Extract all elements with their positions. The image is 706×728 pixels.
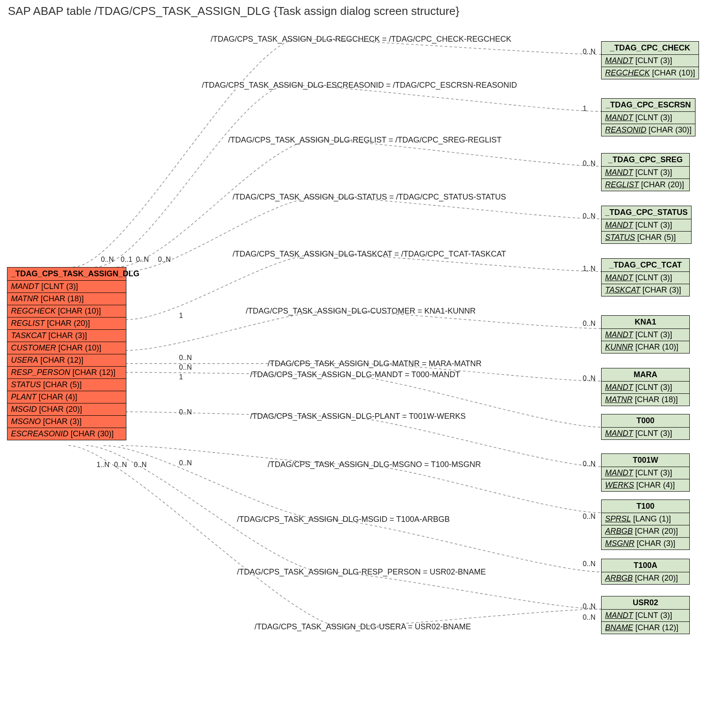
entity-row: BNAME [CHAR (12)] <box>602 622 689 634</box>
entity-T100: T100SPRSL [LANG (1)]ARBGB [CHAR (20)]MSG… <box>601 500 690 550</box>
cardinality-label: 0..N <box>136 256 149 264</box>
entity-row: MANDT [CLNT (3)] <box>602 55 699 67</box>
entity-row: TASKCAT [CHAR (3)] <box>602 284 689 296</box>
cardinality-label: 0..N <box>179 364 192 371</box>
entity-header: _TDAG_CPC_CHECK <box>602 42 699 55</box>
entity-row: ARBGB [CHAR (20)] <box>602 572 689 584</box>
entity-header: T000 <box>602 414 689 428</box>
entity-main-row: USERA [CHAR (12)] <box>7 354 126 367</box>
cardinality-label-right: 1 <box>583 105 587 113</box>
relation-label: /TDAG/CPS_TASK_ASSIGN_DLG-MANDT = T000-M… <box>250 370 460 379</box>
entity-header: _TDAG_CPC_ESCRSN <box>602 99 695 112</box>
entity-_TDAG_CPC_SREG: _TDAG_CPC_SREGMANDT [CLNT (3)]REGLIST [C… <box>601 153 690 191</box>
relation-label: /TDAG/CPS_TASK_ASSIGN_DLG-ESCREASONID = … <box>202 81 517 90</box>
entity-header: KNA1 <box>602 316 689 329</box>
cardinality-label: 1 <box>179 373 183 381</box>
entity-_TDAG_CPC_ESCRSN: _TDAG_CPC_ESCRSNMANDT [CLNT (3)]REASONID… <box>601 98 695 136</box>
relation-label: /TDAG/CPS_TASK_ASSIGN_DLG-MSGNO = T100-M… <box>268 460 481 469</box>
page-title: SAP ABAP table /TDAG/CPS_TASK_ASSIGN_DLG… <box>8 4 706 18</box>
relation-label: /TDAG/CPS_TASK_ASSIGN_DLG-CUSTOMER = KNA… <box>246 307 476 316</box>
cardinality-label: 0..N <box>179 354 192 362</box>
cardinality-label-right: 0..N <box>583 375 595 382</box>
entity-row: MANDT [CLNT (3)] <box>602 167 689 179</box>
entity-row: WERKS [CHAR (4)] <box>602 479 689 491</box>
entity-main-row: RESP_PERSON [CHAR (12)] <box>7 367 126 379</box>
entity-_TDAG_CPC_STATUS: _TDAG_CPC_STATUSMANDT [CLNT (3)]STATUS [… <box>601 206 692 244</box>
entity-row: KUNNR [CHAR (10)] <box>602 341 689 353</box>
entity-main-row: ESCREASONID [CHAR (30)] <box>7 428 126 440</box>
entity-main-row: MSGNO [CHAR (3)] <box>7 416 126 428</box>
relation-label: /TDAG/CPS_TASK_ASSIGN_DLG-STATUS = /TDAG… <box>233 193 506 202</box>
relation-label: /TDAG/CPS_TASK_ASSIGN_DLG-MSGID = T100A-… <box>237 515 450 524</box>
cardinality-label-right: 0..N <box>583 513 595 521</box>
entity-row: REGLIST [CHAR (20)] <box>602 179 689 191</box>
entity-row: REASONID [CHAR (30)] <box>602 124 695 136</box>
relation-label: /TDAG/CPS_TASK_ASSIGN_DLG-USERA = USR02-… <box>254 622 471 632</box>
entity-main-row: MATNR [CHAR (18)] <box>7 293 126 305</box>
entity-row: MANDT [CLNT (3)] <box>602 428 689 439</box>
entity-row: MSGNR [CHAR (3)] <box>602 538 689 550</box>
cardinality-label: 0..1 <box>121 256 133 264</box>
entity-main-row: STATUS [CHAR (5)] <box>7 379 126 391</box>
entity-main-row: CUSTOMER [CHAR (10)] <box>7 342 126 354</box>
cardinality-label: 1 <box>179 312 183 320</box>
entity-main-row: TASKCAT [CHAR (3)] <box>7 330 126 342</box>
entity-main-row: PLANT [CHAR (4)] <box>7 391 126 403</box>
relation-label: /TDAG/CPS_TASK_ASSIGN_DLG-REGLIST = /TDA… <box>228 136 502 145</box>
cardinality-label-right: 1..N <box>583 265 595 273</box>
cardinality-label: 0..N <box>158 256 171 264</box>
entity-T100A: T100AARBGB [CHAR (20)] <box>601 559 690 585</box>
cardinality-label-right: 0..N <box>583 160 595 168</box>
relation-label: /TDAG/CPS_TASK_ASSIGN_DLG-MATNR = MARA-M… <box>268 359 482 368</box>
entity-header: USR02 <box>602 596 689 610</box>
cardinality-label: 0..N <box>179 408 192 416</box>
entity-header: _TDAG_CPC_TCAT <box>602 259 689 272</box>
entity-header: _TDAG_CPC_SREG <box>602 153 689 167</box>
diagram-canvas: _TDAG_CPS_TASK_ASSIGN_DLG MANDT [CLNT (3… <box>4 21 702 723</box>
entity-row: MANDT [CLNT (3)] <box>602 112 695 124</box>
entity-row: ARBGB [CHAR (20)] <box>602 525 689 538</box>
entity-row: REGCHECK [CHAR (10)] <box>602 67 699 79</box>
entity-main: _TDAG_CPS_TASK_ASSIGN_DLG MANDT [CLNT (3… <box>7 267 126 440</box>
entity-T000: T000MANDT [CLNT (3)] <box>601 414 690 440</box>
cardinality-label-right: 0..N <box>583 460 595 468</box>
entity-header: T100A <box>602 559 689 572</box>
entity-USR02: USR02MANDT [CLNT (3)]BNAME [CHAR (12)] <box>601 596 690 634</box>
cardinality-label-right: 0..N <box>583 603 595 610</box>
entity-main-row: REGLIST [CHAR (20)] <box>7 318 126 330</box>
entity-row: MANDT [CLNT (3)] <box>602 272 689 284</box>
cardinality-label: 0..N <box>114 461 127 469</box>
entity-row: STATUS [CHAR (5)] <box>602 232 691 243</box>
cardinality-label: 0..N <box>101 256 114 264</box>
entity-row: MANDT [CLNT (3)] <box>602 382 689 394</box>
entity-KNA1: KNA1MANDT [CLNT (3)]KUNNR [CHAR (10)] <box>601 315 690 353</box>
entity-row: SPRSL [LANG (1)] <box>602 513 689 525</box>
entity-main-row: MANDT [CLNT (3)] <box>7 281 126 293</box>
entity-main-header: _TDAG_CPS_TASK_ASSIGN_DLG <box>7 268 126 281</box>
entity-row: MANDT [CLNT (3)] <box>602 610 689 622</box>
cardinality-label-right: 0..N <box>583 48 595 56</box>
entity-header: T001W <box>602 454 689 467</box>
cardinality-label: 1..N <box>97 461 109 469</box>
entity-main-row: MSGID [CHAR (20)] <box>7 403 126 416</box>
cardinality-label: 0..N <box>134 461 147 469</box>
entity-row: MANDT [CLNT (3)] <box>602 329 689 341</box>
cardinality-label: 0..N <box>179 459 192 467</box>
entity-header: _TDAG_CPC_STATUS <box>602 206 691 219</box>
entity-_TDAG_CPC_TCAT: _TDAG_CPC_TCATMANDT [CLNT (3)]TASKCAT [C… <box>601 258 690 296</box>
relation-label: /TDAG/CPS_TASK_ASSIGN_DLG-PLANT = T001W-… <box>250 412 466 421</box>
relation-label: /TDAG/CPS_TASK_ASSIGN_DLG-REGCHECK = /TD… <box>211 35 511 44</box>
entity-header: MARA <box>602 368 689 382</box>
relation-label: /TDAG/CPS_TASK_ASSIGN_DLG-RESP_PERSON = … <box>237 567 486 577</box>
entity-row: MANDT [CLNT (3)] <box>602 467 689 479</box>
entity-row: MANDT [CLNT (3)] <box>602 219 691 232</box>
entity-main-row: REGCHECK [CHAR (10)] <box>7 305 126 318</box>
relation-label: /TDAG/CPS_TASK_ASSIGN_DLG-TASKCAT = /TDA… <box>233 250 506 259</box>
cardinality-label-right: 0..N <box>583 320 595 328</box>
cardinality-label-right: 0..N <box>583 614 595 621</box>
entity-MARA: MARAMANDT [CLNT (3)]MATNR [CHAR (18)] <box>601 368 690 406</box>
cardinality-label-right: 0..N <box>583 560 595 568</box>
entity-row: MATNR [CHAR (18)] <box>602 394 689 406</box>
entity-header: T100 <box>602 500 689 513</box>
cardinality-label-right: 0..N <box>583 212 595 220</box>
